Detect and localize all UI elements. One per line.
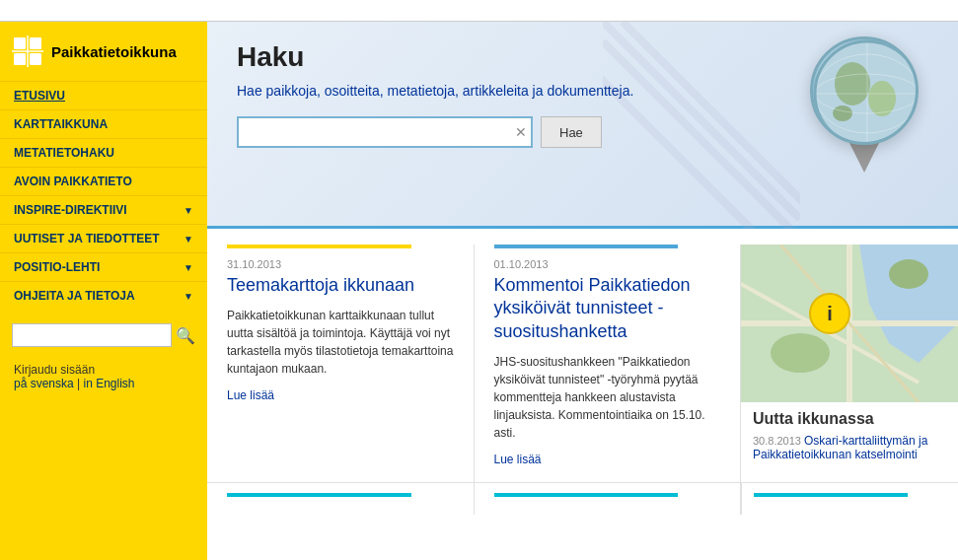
- sidebar-nav-arrow-5: ▼: [184, 234, 193, 245]
- map-thumb-content: Uutta ikkunassa 30.8.2013 Oskari-karttal…: [741, 402, 958, 469]
- map-svg: i: [741, 245, 958, 402]
- svg-point-12: [835, 62, 870, 105]
- svg-rect-3: [30, 53, 41, 65]
- article-1-date: 31.10.2013: [227, 258, 458, 270]
- sidebar-nav-item-3[interactable]: AVOIN PAIKKATIETO: [0, 167, 207, 195]
- window-chrome: [0, 0, 958, 22]
- sidebar-search-input[interactable]: [12, 323, 172, 347]
- map-thumb-title: Uutta ikkunassa: [753, 410, 946, 428]
- sidebar-nav: ETUSIVUKARTTAIKKUNAMETATIETOHAKUAVOIN PA…: [0, 81, 207, 310]
- sidebar-logo: Paikkatietoikkuna: [0, 22, 207, 81]
- article-2-date: 01.10.2013: [494, 258, 725, 270]
- article-2-body: JHS-suositushankkeen "Paikkatiedon yksik…: [494, 353, 725, 442]
- svg-text:i: i: [827, 303, 833, 324]
- map-thumb-image: i: [741, 245, 958, 402]
- sidebar-nav-item-0[interactable]: ETUSIVU: [0, 81, 207, 109]
- search-banner: Haku Hae paikkoja, osoitteita, metatieto…: [207, 22, 958, 229]
- bottom-bar-3: [754, 493, 908, 497]
- article-1: 31.10.2013 Teemakarttoja ikkunaan Paikka…: [207, 245, 475, 482]
- logo-text: Paikkatietoikkuna: [51, 43, 177, 60]
- sidebar-nav-item-1[interactable]: KARTTAIKKUNA: [0, 109, 207, 138]
- sidebar-nav-arrow-7: ▼: [184, 291, 193, 302]
- globe-svg: [813, 39, 919, 145]
- sidebar-nav-label-7: OHJEITA JA TIETOJA: [14, 289, 135, 303]
- sidebar-nav-label-4: INSPIRE-DIREKTIIVI: [14, 203, 127, 217]
- map-globe: [810, 36, 919, 145]
- main-content: Haku Hae paikkoja, osoitteita, metatieto…: [207, 22, 958, 560]
- article-1-title: Teemakarttoja ikkunaan: [227, 274, 458, 297]
- sidebar-nav-label-1: KARTTAIKKUNA: [14, 117, 108, 131]
- bottom-article-1: [207, 483, 475, 515]
- sidebar-search-row: 🔍: [0, 314, 207, 357]
- svg-rect-0: [14, 37, 26, 49]
- sidebar: Paikkatietoikkuna ETUSIVUKARTTAIKKUNAMET…: [0, 22, 207, 560]
- sidebar-nav-item-6[interactable]: POSITIO-LEHTI▼: [0, 252, 207, 281]
- sidebar-nav-item-4[interactable]: INSPIRE-DIREKTIIVI▼: [0, 195, 207, 224]
- sidebar-nav-arrow-4: ▼: [184, 205, 193, 216]
- sidebar-nav-item-5[interactable]: UUTISET JA TIEDOTTEET▼: [0, 224, 207, 252]
- sidebar-nav-label-5: UUTISET JA TIEDOTTEET: [14, 232, 160, 245]
- article-2-link[interactable]: Lue lisää: [494, 453, 542, 466]
- sidebar-nav-label-0: ETUSIVU: [14, 89, 65, 103]
- article-1-link[interactable]: Lue lisää: [227, 388, 274, 402]
- svg-point-27: [889, 259, 928, 289]
- sidebar-nav-label-6: POSITIO-LEHTI: [14, 260, 100, 274]
- map-thumbnail-col: i Uutta ikkunassa 30.8.2013 Oskari-kartt…: [741, 245, 958, 482]
- bottom-bar-2: [494, 493, 679, 497]
- article-2: 01.10.2013 Kommentoi Paikkatiedon yksikö…: [475, 245, 742, 482]
- pin-triangle: [848, 141, 880, 173]
- sidebar-login: Kirjaudu sisään på svenska | in English: [0, 357, 207, 396]
- search-input-wrap: ✕: [237, 116, 533, 148]
- main-layout: Paikkatietoikkuna ETUSIVUKARTTAIKKUNAMET…: [0, 22, 958, 560]
- map-pin-illustration: [810, 36, 919, 173]
- article-2-bar: [494, 245, 679, 248]
- bottom-row: [207, 482, 958, 515]
- svg-rect-2: [14, 53, 26, 65]
- sidebar-nav-item-7[interactable]: OHJEITA JA TIETOJA▼: [0, 281, 207, 310]
- sidebar-nav-label-3: AVOIN PAIKKATIETO: [14, 175, 132, 188]
- search-button[interactable]: Hae: [541, 116, 602, 148]
- search-input[interactable]: [237, 116, 533, 148]
- article-1-bar: [227, 245, 411, 248]
- sidebar-nav-item-2[interactable]: METATIETOHAKU: [0, 138, 207, 167]
- sidebar-nav-arrow-6: ▼: [184, 262, 193, 273]
- bottom-article-2: [475, 483, 742, 515]
- sidebar-search-icon[interactable]: 🔍: [176, 326, 195, 345]
- lang-svenska[interactable]: på svenska: [14, 377, 74, 390]
- svg-rect-1: [30, 37, 41, 49]
- sidebar-nav-label-2: METATIETOHAKU: [14, 146, 114, 160]
- map-thumb-date: 30.8.2013 Oskari-karttaliittymän ja Paik…: [753, 434, 946, 461]
- article-2-title: Kommentoi Paikkatiedon yksiköivät tunnis…: [494, 274, 725, 343]
- login-label: Kirjaudu sisään: [14, 363, 95, 377]
- svg-point-14: [833, 105, 852, 121]
- bottom-bar-1: [227, 493, 411, 497]
- bottom-col-3: [741, 483, 958, 515]
- search-clear-icon[interactable]: ✕: [515, 124, 527, 140]
- svg-point-26: [771, 333, 830, 373]
- lang-english[interactable]: in English: [84, 377, 135, 390]
- article-1-body: Paikkatietoikkunan karttaikkunaan tullut…: [227, 307, 458, 378]
- logo-icon: [12, 35, 43, 67]
- articles-row: 31.10.2013 Teemakarttoja ikkunaan Paikka…: [207, 229, 958, 482]
